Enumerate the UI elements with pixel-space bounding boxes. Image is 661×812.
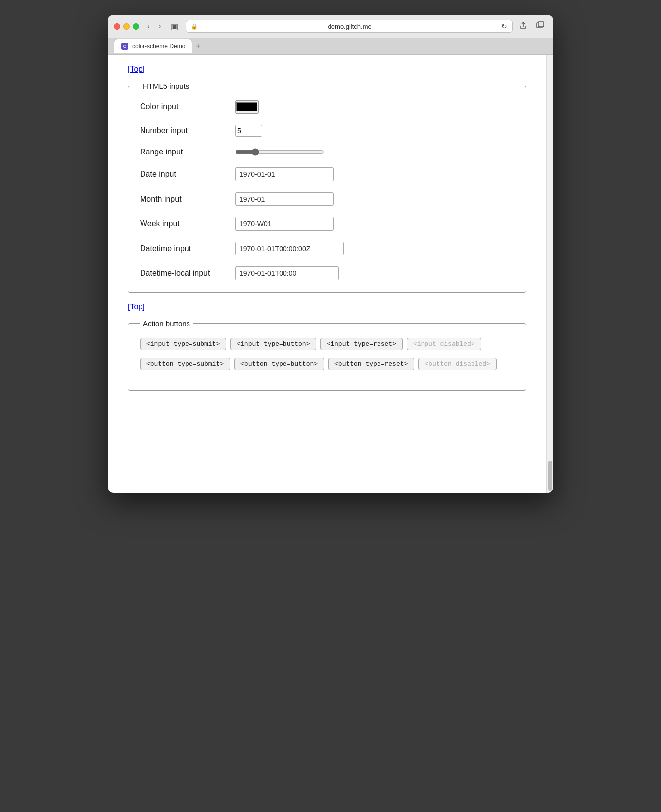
datetime-local-label: Datetime-local input — [140, 269, 229, 278]
button-disabled-button: <button disabled> — [418, 358, 497, 370]
number-label: Number input — [140, 126, 229, 135]
datetime-local-input-row: Datetime-local input — [140, 266, 514, 280]
input-disabled-button: <input disabled> — [407, 338, 481, 350]
week-input[interactable] — [235, 217, 334, 231]
top-link-1[interactable]: [Top] — [128, 65, 145, 74]
url-text: demo.glitch.me — [201, 23, 498, 30]
input-button-button[interactable]: <input type=button> — [230, 338, 316, 350]
color-input[interactable] — [235, 100, 259, 114]
action-buttons-section: Action buttons <input type=submit> <inpu… — [128, 319, 526, 391]
close-button[interactable] — [114, 23, 120, 30]
lock-icon: 🔒 — [191, 23, 198, 30]
tab-favicon: C — [121, 43, 128, 50]
new-window-button[interactable] — [533, 20, 547, 33]
color-input-row: Color input — [140, 100, 514, 114]
month-input[interactable] — [235, 192, 334, 206]
week-input-row: Week input — [140, 217, 514, 231]
back-button[interactable]: ‹ — [145, 21, 152, 32]
date-input[interactable] — [235, 167, 334, 181]
top-link-2[interactable]: [Top] — [128, 303, 145, 311]
reload-button[interactable]: ↻ — [501, 22, 507, 30]
action-buttons-legend: Action buttons — [140, 319, 193, 328]
traffic-lights — [114, 23, 139, 30]
week-label: Week input — [140, 219, 229, 228]
datetime-label: Datetime input — [140, 244, 229, 253]
month-input-row: Month input — [140, 192, 514, 206]
button-reset-button[interactable]: <button type=reset> — [328, 358, 414, 370]
date-input-row: Date input — [140, 167, 514, 181]
number-input-row: Number input — [140, 125, 514, 137]
scrollbar-track[interactable] — [546, 55, 553, 493]
color-label: Color input — [140, 102, 229, 111]
html5-inputs-legend: HTML5 inputs — [140, 82, 192, 90]
number-input[interactable] — [235, 125, 262, 137]
range-input-row: Range input — [140, 148, 514, 156]
datetime-input-row: Datetime input — [140, 242, 514, 255]
share-button[interactable] — [517, 20, 530, 33]
button-submit-button[interactable]: <button type=submit> — [140, 358, 230, 370]
tab-bar: C color-scheme Demo + — [108, 38, 553, 54]
date-label: Date input — [140, 170, 229, 179]
html5-inputs-section: HTML5 inputs Color input Number input Ra… — [128, 82, 526, 293]
datetime-input[interactable] — [235, 242, 344, 255]
scrollbar-thumb[interactable] — [548, 461, 552, 491]
month-label: Month input — [140, 195, 229, 203]
input-reset-button[interactable]: <input type=reset> — [320, 338, 402, 350]
button-buttons-group: <button type=submit> <button type=button… — [140, 358, 514, 370]
range-label: Range input — [140, 148, 229, 156]
minimize-button[interactable] — [123, 23, 130, 30]
input-submit-button[interactable]: <input type=submit> — [140, 338, 226, 350]
address-bar[interactable]: 🔒 demo.glitch.me ↻ — [186, 20, 513, 33]
button-button-button[interactable]: <button type=button> — [234, 358, 324, 370]
svg-rect-1 — [538, 22, 544, 27]
active-tab[interactable]: C color-scheme Demo — [114, 39, 192, 53]
datetime-local-input[interactable] — [235, 266, 339, 280]
tab-title: color-scheme Demo — [132, 43, 185, 50]
forward-button[interactable]: › — [156, 21, 164, 32]
input-buttons-group: <input type=submit> <input type=button> … — [140, 338, 514, 350]
new-tab-button[interactable]: + — [195, 42, 201, 51]
range-input[interactable] — [235, 148, 324, 156]
page-scroll: [Top] HTML5 inputs Color input Number in… — [108, 55, 546, 493]
page-content: [Top] HTML5 inputs Color input Number in… — [108, 55, 546, 420]
maximize-button[interactable] — [133, 23, 139, 30]
sidebar-button[interactable]: ▣ — [167, 20, 182, 33]
